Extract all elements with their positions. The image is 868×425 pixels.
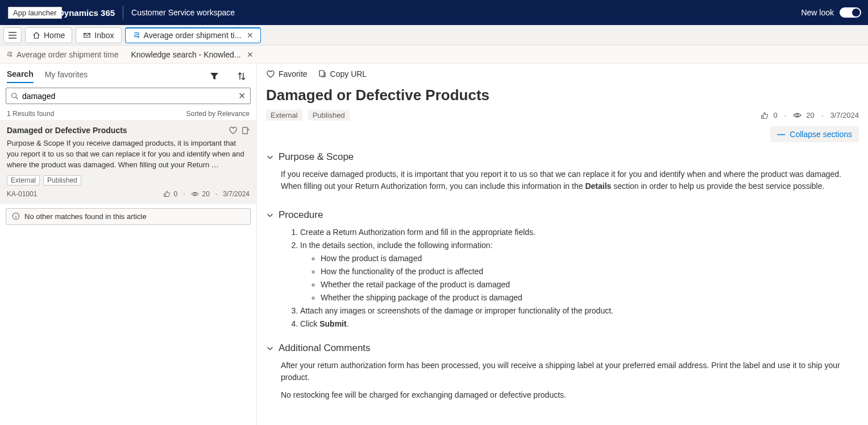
tab-inbox[interactable]: Inbox [76,27,121,43]
inbox-icon [83,31,91,39]
home-icon [32,31,40,39]
article-title: Damaged or Defective Products [257,84,868,110]
app-tab-row: Average order shipment time Knowledge se… [0,46,868,64]
tab-home-label: Home [44,31,65,40]
clear-search-button[interactable]: ✕ [238,90,246,101]
session-tab-row: Home Inbox Average order shipment ti... … [0,25,868,46]
search-box[interactable]: ✕ [6,88,251,104]
section-title-purpose: Purpose & Scope [279,151,354,163]
svg-point-12 [12,93,16,97]
chevron-down-icon [266,211,274,219]
result-badge-published: Published [43,175,81,185]
site-map-button[interactable] [3,27,22,43]
result-likes: 0 [174,190,178,198]
svg-line-13 [16,97,18,99]
article-likes: 0 [773,111,777,119]
section-title-procedure: Procedure [279,209,323,221]
subtab-case-label: Average order shipment time [16,50,119,59]
new-look-label: New look [801,8,834,17]
collapse-icon: — [777,130,785,139]
result-title: Damaged or Defective Products [7,126,127,135]
no-more-matches-banner: No other matches found in this article [6,208,251,225]
svg-point-19 [796,114,799,117]
result-snippet: Purpose & Scope If you receive damaged p… [7,138,250,171]
subtab-knowledge[interactable]: Knowledge search - Knowled... ✕ [129,49,256,60]
article-view-pane: Favorite Copy URL Damaged or Defective P… [257,64,868,425]
sort-label: Sorted by Relevance [186,110,250,118]
article-views: 20 [806,111,814,119]
chevron-down-icon [266,153,274,161]
filter-icon [210,72,219,81]
heart-icon [266,69,275,79]
proc-sub-c: Whether the retail package of the produc… [321,279,859,291]
section-body-procedure: Create a Return Authorization form and f… [266,226,859,330]
proc-step-3: Attach any images or screenshots of the … [300,305,859,317]
result-views: 20 [202,190,210,198]
favorite-icon-button[interactable] [229,126,238,135]
proc-step-1: Create a Return Authorization form and f… [300,226,859,238]
proc-step-2: In the details section, include the foll… [300,240,859,304]
favorite-button[interactable]: Favorite [266,69,308,79]
case-icon [132,31,140,39]
result-ka-number: KA-01001 [7,190,37,198]
proc-step-4: Click Submit. [300,318,859,330]
case-icon [6,51,13,58]
workspace-title: Customer Service workspace [131,8,235,17]
like-icon [761,112,769,119]
lp-tab-favorites[interactable]: My favorites [45,70,88,82]
tab-inbox-label: Inbox [94,31,114,40]
tab-home[interactable]: Home [25,27,72,43]
search-result-item[interactable]: Damaged or Defective Products Purpose & … [0,120,256,204]
new-look-toggle[interactable] [840,7,861,18]
proc-sub-b: How the functionality of the product is … [321,266,859,278]
knowledge-search-pane: Search My favorites ✕ 1 Results found So… [0,64,257,425]
svg-rect-18 [319,71,324,76]
copy-icon [318,69,327,79]
section-header-additional[interactable]: Additional Comments [266,343,859,354]
collapse-sections-button[interactable]: — Collapse sections [770,126,859,142]
section-header-purpose[interactable]: Purpose & Scope [266,151,859,163]
result-date: 3/7/2024 [223,190,250,198]
sort-button[interactable] [234,68,250,84]
sort-icon [237,72,246,81]
app-launcher-tooltip: App launcher [8,7,62,19]
views-icon [793,112,801,118]
no-more-matches-text: No other matches found in this article [24,212,147,221]
section-header-procedure[interactable]: Procedure [266,209,859,221]
svg-point-14 [194,193,196,195]
subtab-knowledge-label: Knowledge search - Knowled... [131,50,241,59]
lp-tab-search[interactable]: Search [7,69,34,83]
result-badge-external: External [7,175,40,185]
brand-separator [123,6,123,19]
like-icon [163,190,171,197]
tab-case-close[interactable]: ✕ [247,31,254,40]
search-icon [11,92,19,100]
chevron-down-icon [266,344,274,352]
top-nav-bar: App launcher Dynamics 365 Customer Servi… [0,0,868,25]
article-badge-published: Published [308,110,350,121]
article-badge-external: External [266,110,302,121]
new-look-toggle-group: New look [801,7,861,18]
proc-sub-d: Whether the shipping package of the prod… [321,292,859,304]
favorite-label: Favorite [279,69,308,79]
views-icon [191,191,199,197]
proc-sub-a: How the product is damaged [321,253,859,265]
tab-case[interactable]: Average order shipment ti... ✕ [125,27,261,43]
subtab-knowledge-close[interactable]: ✕ [247,50,254,59]
pop-out-icon-button[interactable] [241,126,250,135]
tab-case-label: Average order shipment ti... [144,31,242,40]
collapse-label: Collapse sections [790,130,852,139]
article-date: 3/7/2024 [830,111,859,119]
section-body-additional: After your return authorization form has… [266,360,859,401]
filter-button[interactable] [206,68,222,84]
results-count: 1 Results found [7,110,54,118]
search-input[interactable] [22,92,235,101]
brand-title: Dynamics 365 [58,8,115,18]
copy-url-label: Copy URL [330,69,367,79]
copy-url-button[interactable]: Copy URL [318,69,367,79]
section-body-purpose: If you receive damaged products, it is i… [266,168,859,192]
section-title-additional: Additional Comments [279,343,371,354]
subtab-case[interactable]: Average order shipment time [3,49,121,60]
info-icon [12,212,20,220]
